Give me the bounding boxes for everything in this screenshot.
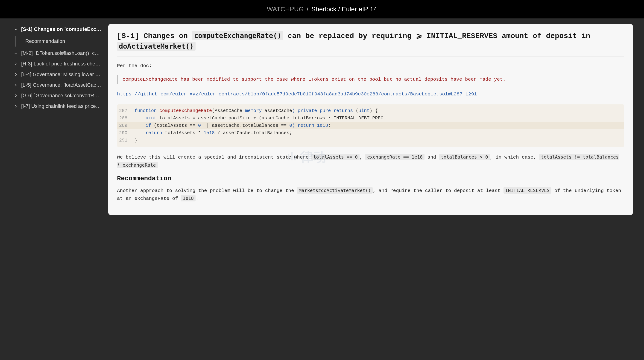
title-code-2: doActivateMarket() bbox=[117, 42, 196, 51]
line-number: 287 bbox=[117, 107, 130, 115]
code-line: 291} bbox=[117, 137, 624, 144]
sidebar: [S-1] Changes on `computeExchange...Reco… bbox=[0, 19, 108, 221]
chevron-right-icon bbox=[14, 83, 18, 87]
sidebar-item-1[interactable]: [M-2] `DToken.sol#flashLoan()` can be... bbox=[12, 48, 103, 59]
line-number: 288 bbox=[117, 115, 130, 122]
header-separator: / bbox=[306, 6, 308, 13]
sidebar-item-3[interactable]: [L-4] Governance: Missing lower bound... bbox=[12, 69, 103, 80]
sidebar-subitem-0-0[interactable]: Recommendation bbox=[24, 36, 103, 47]
header-title: Sherlock / Euler eIP 14 bbox=[312, 6, 377, 13]
sidebar-item-0[interactable]: [S-1] Changes on `computeExchange... bbox=[12, 24, 103, 35]
sidebar-item-5[interactable]: [G-6] `Governance.sol#convertReserve... bbox=[12, 90, 103, 101]
sidebar-item-label: [I-7] Using chainlink feed as price orac… bbox=[21, 103, 101, 109]
sidebar-item-label: [M-2] `DToken.sol#flashLoan()` can be... bbox=[21, 50, 101, 56]
minus-icon bbox=[14, 51, 18, 55]
title-code-1: computeExchangeRate() bbox=[192, 31, 283, 40]
chevron-right-icon bbox=[14, 72, 18, 77]
sidebar-item-6[interactable]: [I-7] Using chainlink feed as price orac… bbox=[12, 101, 103, 112]
line-content: uint totalAssets = assetCache.poolSize +… bbox=[130, 115, 383, 122]
header: WATCHPUG / Sherlock / Euler eIP 14 bbox=[0, 0, 644, 19]
line-number: 290 bbox=[117, 129, 130, 137]
code-line: 290 return totalAssets * 1e18 / assetCac… bbox=[117, 129, 624, 137]
code-line: 289 if (totalAssets == 0 || assetCache.t… bbox=[117, 122, 624, 129]
recommendation-paragraph: Another approach to solving the problem … bbox=[117, 187, 624, 203]
article-card: 律动 [S-1] Changes on computeExchangeRate(… bbox=[108, 24, 633, 215]
article-title: [S-1] Changes on computeExchangeRate() c… bbox=[117, 31, 624, 57]
sidebar-item-label: [S-1] Changes on `computeExchange... bbox=[21, 26, 101, 32]
content-area: 律动 [S-1] Changes on computeExchangeRate(… bbox=[108, 19, 644, 221]
code-block: 287function computeExchangeRate(AssetCac… bbox=[117, 104, 624, 147]
line-content: function computeExchangeRate(AssetCache … bbox=[130, 107, 378, 115]
sidebar-item-label: [H-3] Lack of price freshness check in .… bbox=[21, 61, 101, 67]
blockquote: computeExchangeRate has been modified to… bbox=[117, 75, 624, 84]
code-line: 288 uint totalAssets = assetCache.poolSi… bbox=[117, 115, 624, 122]
source-link[interactable]: https://github.com/euler-xyz/euler-contr… bbox=[117, 90, 624, 98]
recommendation-heading: Recommendation bbox=[117, 175, 624, 182]
line-number: 291 bbox=[117, 137, 130, 144]
code-line: 287function computeExchangeRate(AssetCac… bbox=[117, 107, 624, 115]
sidebar-item-label: [G-6] `Governance.sol#convertReserve... bbox=[21, 93, 101, 99]
line-content: } bbox=[130, 137, 137, 144]
line-number: 289 bbox=[117, 122, 130, 129]
sidebar-item-4[interactable]: [L-5] Governance: `loadAssetCache()` ... bbox=[12, 80, 103, 90]
sidebar-item-label: [L-5] Governance: `loadAssetCache()` ... bbox=[21, 82, 101, 88]
chevron-right-icon bbox=[14, 94, 18, 98]
analysis-paragraph: We believe this will create a special an… bbox=[117, 153, 624, 169]
header-author: WATCHPUG bbox=[267, 6, 304, 13]
chevron-right-icon bbox=[14, 104, 18, 108]
chevron-right-icon bbox=[14, 62, 18, 66]
sidebar-item-label: [L-4] Governance: Missing lower bound... bbox=[21, 72, 101, 78]
sidebar-item-2[interactable]: [H-3] Lack of price freshness check in .… bbox=[12, 59, 103, 69]
sidebar-subitem-label: Recommendation bbox=[25, 38, 65, 44]
chevron-down-icon bbox=[14, 27, 18, 31]
line-content: if (totalAssets == 0 || assetCache.total… bbox=[130, 122, 331, 129]
intro-paragraph: Per the doc: bbox=[117, 62, 624, 70]
line-content: return totalAssets * 1e18 / assetCache.t… bbox=[130, 129, 292, 137]
